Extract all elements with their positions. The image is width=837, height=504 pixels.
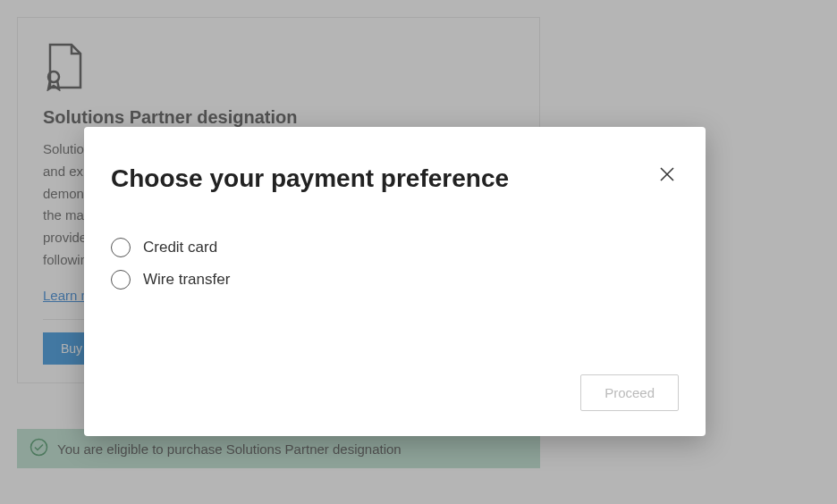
close-button[interactable] [655, 163, 679, 189]
radio-option-wire-transfer[interactable]: Wire transfer [111, 270, 679, 290]
modal-header: Choose your payment preference [111, 164, 679, 193]
radio-label: Wire transfer [143, 271, 230, 289]
radio-option-credit-card[interactable]: Credit card [111, 238, 679, 257]
radio-icon [111, 238, 131, 257]
payment-options-group: Credit card Wire transfer [111, 238, 679, 290]
close-icon [659, 172, 675, 185]
proceed-button[interactable]: Proceed [580, 374, 679, 411]
modal-footer: Proceed [111, 374, 679, 411]
radio-label: Credit card [143, 239, 217, 256]
modal-title: Choose your payment preference [111, 164, 509, 193]
radio-icon [111, 270, 131, 290]
payment-preference-modal: Choose your payment preference Credit ca… [84, 127, 706, 436]
